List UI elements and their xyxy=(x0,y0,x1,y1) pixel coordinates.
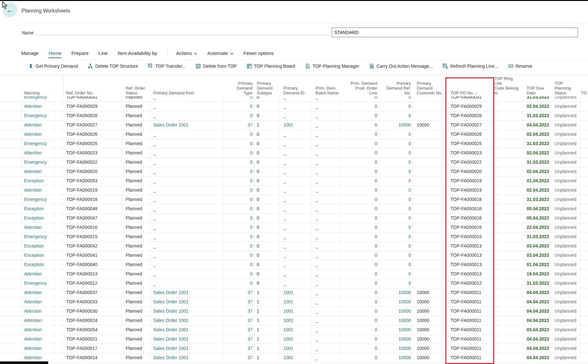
cell-top-po-no[interactable]: TOP-FA000019 xyxy=(450,177,492,185)
toolbar-button-delete-top-structure[interactable]: Delete TOP Structure xyxy=(88,64,138,69)
cell-primary-demand-ref-no[interactable]: 0 xyxy=(382,232,411,241)
cell-prim-dem-batch-name[interactable]: _ xyxy=(316,195,339,204)
cell-primary-demand-subtype[interactable]: 0 xyxy=(257,251,278,260)
cell-primary-demand-type[interactable]: 0 xyxy=(227,279,253,288)
cell-primary-demand-id[interactable]: 1001 xyxy=(283,298,310,306)
table-row[interactable]: EmergencyTOP-FA000015Planned_00__00TOP-F… xyxy=(0,232,588,242)
cell-primary-demand-customer-no[interactable]: 10000 xyxy=(417,298,445,306)
cell-ref-order-no[interactable]: TOP-FA000012 xyxy=(66,279,120,288)
cell-prim-demand-prod-order-line[interactable]: 0 xyxy=(344,111,377,120)
cell-primary-demand-type[interactable]: 37 xyxy=(227,288,253,297)
cell-prim-dem-batch-name[interactable]: _ xyxy=(316,335,339,343)
column-header-top-rtng-link[interactable]: TOP Rtng. Link Code Belong to xyxy=(494,76,521,95)
cell-warning[interactable]: Emergency xyxy=(24,139,53,148)
column-header-primary-demand-id[interactable]: Primary Demand ID xyxy=(283,86,310,95)
cell-primary-demand-id[interactable]: 1001 xyxy=(283,307,310,316)
cell-top-po-no[interactable]: TOP-FA000011 xyxy=(450,335,492,343)
table-row[interactable]: EmergencyTOP-FA000025Planned_00__00TOP-F… xyxy=(0,139,588,149)
menu-fewer-options[interactable]: Fewer options xyxy=(244,50,274,56)
menu-tab-prepare[interactable]: Prepare xyxy=(71,50,88,56)
cell-primary-demand-type[interactable]: 37 xyxy=(227,325,253,334)
cell-top-planning-status[interactable]: Unplanned xyxy=(555,111,579,120)
cell-primary-demand-from[interactable]: _ xyxy=(153,242,222,250)
cell-warning[interactable]: Attention xyxy=(24,335,53,343)
table-row[interactable]: EmergencyTOP-FA000018Planned_00__00TOP-F… xyxy=(0,195,588,204)
cell-top-po-no[interactable]: TOP-FA000018 xyxy=(450,195,492,204)
cell-primary-demand-from[interactable]: _ xyxy=(153,270,222,278)
cell-prim-demand-prod-order-line[interactable]: 0 xyxy=(344,307,377,316)
cell-ref-order-no[interactable]: TOP-FA000037 xyxy=(66,288,120,297)
cell-top-due-date[interactable]: 01.04.2023 xyxy=(527,177,549,185)
cell-prim-demand-prod-order-line[interactable]: 0 xyxy=(344,344,377,353)
table-row[interactable]: AttentionTOP-FA000033PlannedSales Order … xyxy=(0,298,588,307)
cell-warning[interactable]: Attention xyxy=(24,167,53,176)
cell-primary-demand-subtype[interactable]: 0 xyxy=(257,223,278,232)
cell-prim-dem-batch-name[interactable]: _ xyxy=(316,149,339,157)
cell-ref-order-status[interactable]: Planned xyxy=(126,316,149,325)
cell-ref-order-no[interactable]: TOP-FA000025 xyxy=(66,139,120,148)
cell-prim-demand-prod-order-line[interactable]: 0 xyxy=(344,251,377,260)
toolbar-button-top-transfer[interactable]: TOP Transfer... xyxy=(148,64,186,69)
table-row[interactable]: EmergencyTOP-FA000031Planned_00__00TOP-F… xyxy=(0,96,588,102)
cell-primary-demand-ref-no[interactable]: 0 xyxy=(382,242,411,250)
cell-primary-demand-ref-no[interactable]: 0 xyxy=(382,186,411,195)
cell-primary-demand-from[interactable]: _ xyxy=(153,195,222,204)
cell-primary-demand-from[interactable]: Sales Order 1001 xyxy=(153,363,222,364)
table-row[interactable]: EmergencyTOP-FA000022Planned_00__00TOP-F… xyxy=(0,158,588,167)
cell-top-po-no[interactable]: TOP-FA000026 xyxy=(450,130,492,139)
cell-primary-demand-type[interactable]: 0 xyxy=(227,111,253,120)
cell-ref-order-status[interactable]: Planned xyxy=(126,279,149,288)
cell-primary-demand-subtype[interactable]: 0 xyxy=(257,102,278,111)
toolbar-button-delete-from-top[interactable]: Delete from TOP xyxy=(196,64,237,69)
cell-primary-demand-from[interactable]: Sales Order 1001 xyxy=(153,353,222,362)
cell-top-due-date[interactable]: 31.03.2023 xyxy=(527,232,549,241)
cell-top-planning-status[interactable]: Unplanned xyxy=(555,130,579,139)
cell-primary-demand-ref-no[interactable]: 10000 xyxy=(382,353,411,362)
table-row[interactable]: AttentionTOP-FA000027PlannedSales Order … xyxy=(0,121,588,130)
cell-warning[interactable]: Emergency xyxy=(24,195,53,204)
cell-primary-demand-id[interactable]: _ xyxy=(283,111,310,120)
cell-top-due-date[interactable]: 31.03.2023 xyxy=(527,96,549,101)
table-row[interactable]: AttentionTOP-FA000029Planned_00__00TOP-F… xyxy=(0,102,588,111)
cell-top-po-no[interactable]: TOP-FA000013 xyxy=(450,260,492,269)
cell-primary-demand-subtype[interactable]: 0 xyxy=(257,260,278,269)
cell-warning[interactable]: Attention xyxy=(24,353,53,362)
cell-prim-dem-batch-name[interactable]: _ xyxy=(316,260,339,269)
cell-top-planning-status[interactable]: Unplanned xyxy=(555,149,579,157)
cell-warning[interactable]: Emergency xyxy=(24,111,53,120)
cell-primary-demand-ref-no[interactable]: 0 xyxy=(382,177,411,185)
cell-top-po-no[interactable]: TOP-FA000016 xyxy=(450,204,492,213)
cell-top-due-date[interactable]: 04.04.2023 xyxy=(527,288,549,297)
cell-top-planning-status[interactable]: Unplanned xyxy=(555,204,579,213)
table-row[interactable]: ExceptionTOP-FA000053Planned_00__00TOP-F… xyxy=(0,177,588,186)
cell-primary-demand-ref-no[interactable]: 0 xyxy=(382,260,411,269)
table-row[interactable]: AttentionTOP-FA000030PlannedSales Order … xyxy=(0,307,588,316)
cell-primary-demand-type[interactable]: 0 xyxy=(227,149,253,157)
cell-prim-demand-prod-order-line[interactable]: 0 xyxy=(344,288,377,297)
cell-primary-demand-from[interactable]: Sales Order 1001 xyxy=(153,298,222,306)
cell-prim-dem-batch-name[interactable]: _ xyxy=(316,270,339,278)
cell-primary-demand-customer-no[interactable]: 10000 xyxy=(417,121,445,129)
cell-primary-demand-subtype[interactable]: 1 xyxy=(257,325,278,334)
table-row[interactable]: AttentionTOP-FA000019Planned_00__00TOP-F… xyxy=(0,186,588,195)
menu-dropdown-automate[interactable]: Automate xyxy=(207,50,233,56)
column-header-top-last[interactable]: TO xyxy=(581,91,587,95)
cell-top-due-date[interactable]: 31.03.2023 xyxy=(527,111,549,120)
cell-primary-demand-ref-no[interactable]: 10000 xyxy=(382,316,411,325)
cell-primary-demand-id[interactable]: _ xyxy=(283,204,310,213)
cell-primary-demand-ref-no[interactable]: 0 xyxy=(382,96,411,101)
cell-primary-demand-id[interactable]: 1001 xyxy=(283,335,310,343)
cell-primary-demand-from[interactable]: _ xyxy=(153,149,222,157)
column-header-primary-demand-type[interactable]: Primary Demand Type xyxy=(227,81,253,95)
column-header-primary-demand-ref-no[interactable]: Primary Demand Ref. No. xyxy=(382,81,411,95)
cell-primary-demand-type[interactable]: 0 xyxy=(227,260,253,269)
column-header-prim-demand-prod-order-line[interactable]: Prim. Demand Prod. Order Line xyxy=(344,81,377,95)
cell-primary-demand-id[interactable]: _ xyxy=(283,279,310,288)
cell-primary-demand-subtype[interactable]: 0 xyxy=(257,232,278,241)
cell-primary-demand-from[interactable]: _ xyxy=(153,279,222,288)
cell-top-po-no[interactable]: TOP-FA000028 xyxy=(450,111,492,120)
cell-prim-demand-prod-order-line[interactable]: 0 xyxy=(344,102,377,111)
cell-top-due-date[interactable]: 05.04.2023 xyxy=(527,214,549,222)
cell-primary-demand-id[interactable]: _ xyxy=(283,96,310,101)
cell-primary-demand-id[interactable]: _ xyxy=(283,177,310,185)
